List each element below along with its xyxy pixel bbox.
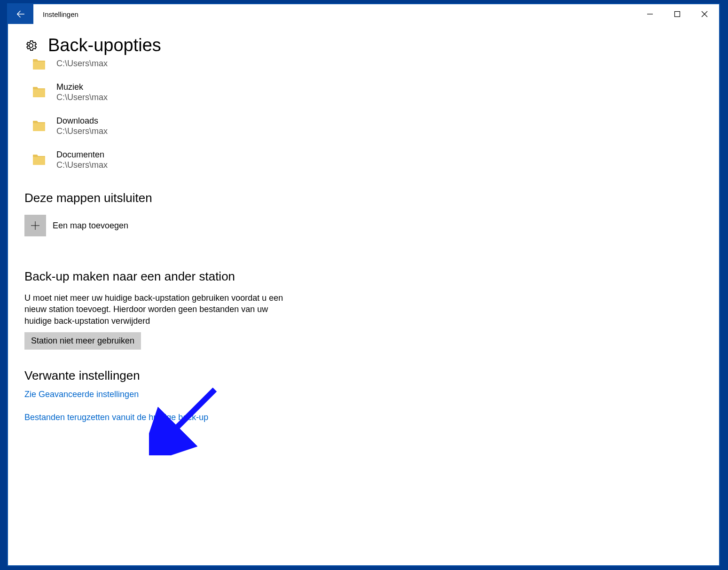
folder-name: Downloads (56, 116, 108, 126)
folder-icon (32, 58, 46, 70)
folder-path: C:\Users\max (56, 126, 108, 137)
folder-item[interactable]: Documenten C:\Users\max (29, 143, 719, 177)
arrow-left-icon (16, 9, 26, 19)
gear-icon (24, 39, 38, 52)
related-heading: Verwante instellingen (24, 368, 719, 383)
folder-icon (32, 120, 46, 132)
back-button[interactable] (8, 4, 33, 24)
minimize-button[interactable] (636, 5, 664, 23)
advanced-settings-link[interactable]: Zie Geavanceerde instellingen (24, 390, 719, 399)
folder-item[interactable]: Muziek C:\Users\max (29, 75, 719, 109)
folder-path: C:\Users\max (56, 92, 108, 103)
folder-icon (32, 154, 46, 166)
close-icon (701, 11, 708, 17)
minimize-icon (647, 11, 653, 17)
folder-list: C:\Users\max Muziek C:\Users\max (29, 58, 719, 177)
settings-window: Instellingen Back-upopties (7, 3, 720, 566)
page-header: Back-upopties (24, 35, 719, 55)
title-bar: Instellingen (8, 4, 719, 24)
stop-using-drive-button[interactable]: Station niet meer gebruiken (24, 332, 141, 350)
page-title: Back-upopties (48, 35, 161, 55)
window-controls (636, 5, 718, 23)
maximize-button[interactable] (664, 5, 691, 23)
add-folder-label: Een map toevoegen (53, 221, 128, 231)
folder-item[interactable]: Downloads C:\Users\max (29, 109, 719, 143)
add-folder-button[interactable]: Een map toevoegen (24, 215, 719, 236)
maximize-icon (674, 11, 681, 17)
drive-heading: Back-up maken naar een ander station (24, 269, 719, 284)
folder-name: Documenten (56, 149, 108, 160)
folder-name: Muziek (56, 82, 108, 93)
folder-item[interactable]: C:\Users\max (29, 58, 719, 75)
window-title: Instellingen (43, 10, 636, 18)
plus-box (24, 215, 46, 236)
close-button[interactable] (691, 5, 718, 23)
svg-rect-1 (675, 12, 680, 17)
folder-path: C:\Users\max (56, 160, 108, 171)
plus-icon (30, 220, 40, 231)
exclude-heading: Deze mappen uitsluiten (24, 191, 719, 205)
content-area: Back-upopties C:\Users\max (8, 35, 719, 422)
restore-files-link[interactable]: Bestanden terugzetten vanuit de huidige … (24, 413, 719, 422)
drive-body-text: U moet niet meer uw huidige back-upstati… (24, 292, 288, 327)
folder-icon (32, 86, 46, 98)
folder-path: C:\Users\max (56, 58, 108, 69)
